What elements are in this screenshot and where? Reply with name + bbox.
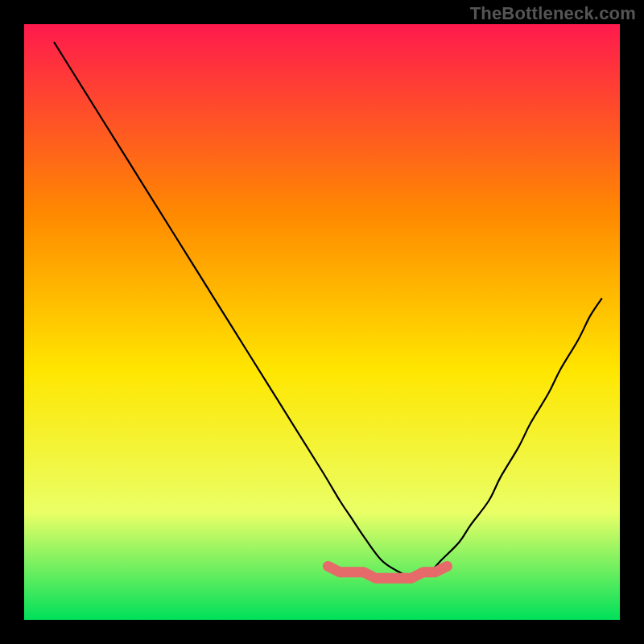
watermark-text: TheBottleneck.com bbox=[470, 3, 636, 24]
bottleneck-chart bbox=[0, 0, 644, 644]
chart-frame: TheBottleneck.com bbox=[0, 0, 644, 644]
gradient-plot-background bbox=[24, 24, 620, 620]
